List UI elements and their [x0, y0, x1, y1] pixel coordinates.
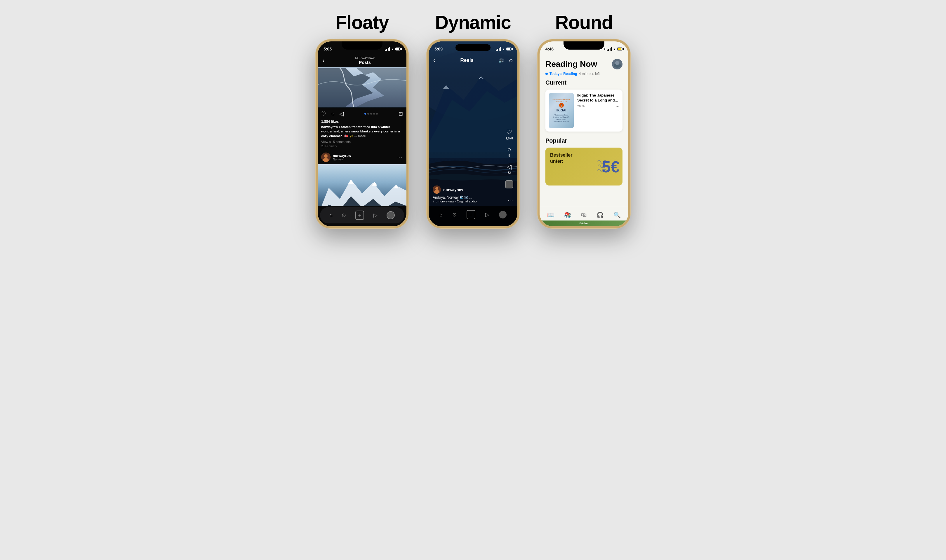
- phone-round: 4:46 ⌖ ▲: [537, 39, 631, 229]
- reels-comment[interactable]: ○ 8: [507, 146, 511, 157]
- popular-title: Popular: [545, 137, 622, 148]
- insta-header-text: NORWAYRAW Posts: [328, 57, 402, 65]
- phone-dynamic: 5:09 ▲: [426, 39, 520, 229]
- comment-count: 8: [508, 154, 510, 157]
- wifi-3: ▲: [613, 48, 616, 51]
- book-cover[interactable]: THE INTERNATIONAL BESTSELLER 🐧 IKIGAI Th…: [549, 93, 574, 128]
- store-icon: 🛍: [581, 211, 587, 218]
- time-2: 5:09: [434, 47, 443, 51]
- nav-home[interactable]: ⌂: [329, 212, 333, 218]
- insta-username: NORWAYRAW: [328, 57, 402, 60]
- headphone-icon: 🎧: [597, 211, 604, 218]
- reels-header: ‹ Reels 🔊 ⊙: [429, 54, 517, 66]
- battery-3: [617, 48, 622, 51]
- more-link[interactable]: more: [358, 134, 366, 138]
- floaty-section: Floaty 5:05 ▲: [315, 12, 409, 229]
- bestseller-text: Bestsellerunter:: [550, 152, 573, 165]
- bookmark-icon[interactable]: ⊡: [398, 111, 403, 117]
- bottom-nav: ⌂ ⊙ ＋ ▷: [320, 207, 404, 223]
- bottom-strip-label: Bücher: [579, 222, 588, 225]
- nav-add[interactable]: ＋: [355, 211, 364, 220]
- post-date: 23 February: [318, 144, 406, 150]
- reels-sound-icon[interactable]: 🔊: [498, 58, 504, 63]
- current-section-title: Current: [540, 79, 628, 89]
- reels-avatar[interactable]: [433, 186, 441, 194]
- music-note-icon: ♪: [433, 200, 434, 203]
- status-icons-2: ▲: [496, 47, 512, 51]
- popular-card[interactable]: Bestsellerunter: 5€: [545, 148, 622, 186]
- current-book-card[interactable]: THE INTERNATIONAL BESTSELLER 🐧 IKIGAI Th…: [545, 89, 622, 132]
- post2-more[interactable]: ···: [397, 155, 403, 160]
- current-book-section: THE INTERNATIONAL BESTSELLER 🐧 IKIGAI Th…: [540, 89, 628, 132]
- svg-point-16: [615, 61, 619, 65]
- dynamic-island: [455, 44, 491, 51]
- mountain-svg-1: [318, 67, 406, 108]
- nav-store[interactable]: 🛍: [581, 211, 587, 218]
- nav-reels[interactable]: ▷: [373, 212, 378, 218]
- likes-count: 1,884 likes: [318, 120, 406, 125]
- rnav-reels[interactable]: ▷: [485, 211, 489, 218]
- reels-more-btn[interactable]: ···: [508, 198, 513, 203]
- nav-books[interactable]: 📖: [547, 211, 554, 218]
- round-section: Round 4:46 ⌖ ▲: [537, 12, 631, 229]
- bottom-strip: Bücher: [540, 220, 628, 226]
- books-avatar[interactable]: [612, 59, 622, 69]
- reading-dot: [545, 72, 548, 75]
- reels-share[interactable]: ◁ 32: [507, 163, 512, 174]
- nav-audiobooks[interactable]: 🎧: [597, 211, 604, 218]
- reels-username[interactable]: norwayraw: [443, 188, 463, 192]
- like-icon[interactable]: ♡: [321, 110, 326, 117]
- book-cover-subtitle: The Japanese Secretto a Long and Happy L…: [553, 114, 569, 118]
- reels-audio-thumb[interactable]: [505, 180, 513, 188]
- nav-search[interactable]: ⊙: [342, 212, 346, 218]
- book-more-dots[interactable]: ···: [577, 123, 619, 128]
- carousel-dots: [348, 113, 394, 115]
- post2-avatar[interactable]: [321, 152, 330, 162]
- insta-posts-title: Posts: [328, 60, 402, 65]
- time-1: 5:05: [324, 47, 332, 51]
- rnav-search[interactable]: ⊙: [452, 211, 457, 218]
- reels-music: ♪ ♪ norwayraw · Original audio: [433, 200, 500, 203]
- battery-1: [395, 48, 401, 51]
- search-icon: 🔍: [613, 211, 621, 218]
- comment-icon[interactable]: ○: [331, 111, 335, 117]
- status-icons-1: ▲: [385, 47, 401, 51]
- post2-user: norwayraw Norway: [333, 154, 395, 161]
- post2-location: Norway: [333, 158, 395, 161]
- reels-back-btn[interactable]: ‹: [433, 57, 435, 64]
- post2-image: [318, 164, 406, 206]
- notch-3: [563, 42, 604, 49]
- caption-username[interactable]: norwayraw: [321, 125, 338, 129]
- back-button[interactable]: ‹: [323, 57, 324, 65]
- nav-library[interactable]: 📚: [564, 211, 571, 218]
- post2-header: norwayraw Norway ···: [318, 150, 406, 164]
- reels-camera-icon[interactable]: ⊙: [509, 58, 513, 63]
- rnav-add[interactable]: ＋: [466, 210, 475, 219]
- insta-content[interactable]: ♡ ○ ◁ ⊡ 1,884 likes: [318, 67, 406, 206]
- reading-label[interactable]: Today's Reading: [549, 72, 577, 76]
- rnav-profile[interactable]: [499, 211, 506, 218]
- reels-user-row: norwayraw: [433, 186, 500, 194]
- reels-location: Andøya, Norway 🌊❄️ ...: [433, 195, 500, 200]
- post2-username[interactable]: norwayraw: [333, 154, 395, 158]
- reels-bottom-nav: ⌂ ⊙ ＋ ▷: [429, 206, 517, 226]
- reels-header-icons: 🔊 ⊙: [498, 58, 513, 63]
- round-title: Round: [555, 12, 613, 33]
- notch: [342, 42, 383, 49]
- share-icon[interactable]: ◁: [339, 110, 344, 117]
- signal-2: [496, 47, 501, 51]
- cloud-icon: ☁: [616, 104, 619, 108]
- books-subtitle-row: Today's Reading 4 minutes left: [540, 72, 628, 79]
- dynamic-title: Dynamic: [435, 12, 511, 33]
- insta-actions: ♡ ○ ◁ ⊡: [318, 108, 406, 120]
- books-content[interactable]: Reading Now Today's Reading 4 min: [540, 54, 628, 226]
- nav-search[interactable]: 🔍: [613, 211, 621, 218]
- comments-link[interactable]: View all 5 comments: [318, 139, 406, 144]
- wifi-2: ▲: [502, 48, 505, 51]
- rnav-home[interactable]: ⌂: [440, 212, 443, 218]
- nav-profile[interactable]: [387, 211, 395, 219]
- phone-floaty: 5:05 ▲: [315, 39, 409, 229]
- book-cover-author: HÉCTOR GARCÍAAND FRANCESC MIRALLES: [554, 119, 569, 122]
- progress-row: 26 % ☁: [577, 104, 619, 108]
- reels-like[interactable]: ♡ 1,678: [505, 129, 513, 140]
